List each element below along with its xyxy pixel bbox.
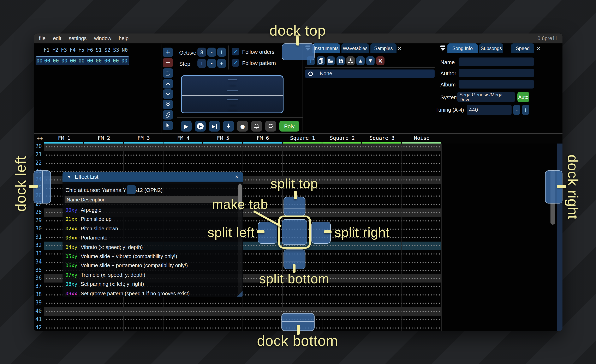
- channel-header-fm-5[interactable]: FM 5: [203, 135, 243, 141]
- hamburger-menu-button[interactable]: ≡: [127, 185, 136, 194]
- effect-row[interactable]: 08xySet panning (x: left; y: right): [65, 280, 240, 289]
- duplicate-order-end-button[interactable]: [163, 100, 173, 109]
- duplicate-instrument-button[interactable]: [317, 56, 325, 65]
- channel-header-fm-3[interactable]: FM 3: [124, 135, 164, 141]
- tuning-plus-button[interactable]: +: [522, 105, 529, 115]
- order-cell[interactable]: 00: [120, 58, 129, 64]
- step-minus-button[interactable]: -: [207, 59, 216, 68]
- metronome-button[interactable]: [251, 121, 262, 131]
- follow-pattern-checkbox[interactable]: ✓: [232, 59, 239, 67]
- order-cell[interactable]: 00: [94, 58, 103, 64]
- channel-header-square-2[interactable]: Square 2: [322, 135, 362, 141]
- effect-row[interactable]: 09xxSet groove pattern (speed 1 if no gr…: [65, 290, 240, 297]
- channel-header-square-3[interactable]: Square 3: [362, 135, 402, 141]
- menu-item-edit[interactable]: edit: [49, 34, 65, 43]
- tab-samples[interactable]: Samples: [370, 44, 396, 53]
- effect-row[interactable]: 06xyVolume slide + portamento (compatibi…: [65, 262, 240, 270]
- move-order-down-button[interactable]: [163, 89, 173, 99]
- dock-top-target[interactable]: [282, 44, 314, 60]
- menu-item-settings[interactable]: settings: [65, 34, 90, 43]
- duplicate-order-button[interactable]: [163, 68, 173, 78]
- oscilloscope: [181, 75, 283, 113]
- channel-header-noise[interactable]: Noise: [402, 135, 442, 141]
- channel-header-fm-6[interactable]: FM 6: [243, 135, 283, 141]
- channel-header-fm-4[interactable]: FM 4: [164, 135, 203, 141]
- play-from-cursor-button[interactable]: ▶: [209, 121, 220, 131]
- channel-header-fm-2[interactable]: FM 2: [84, 135, 124, 141]
- octave-plus-button[interactable]: +: [217, 48, 226, 57]
- effect-row[interactable]: 07xyTremolo (x: speed; y: depth): [65, 271, 240, 280]
- system-input[interactable]: Sega Genesis/Mega Drive: [457, 92, 515, 102]
- channel-header-square-1[interactable]: Square 1: [283, 135, 322, 141]
- tab-instruments[interactable]: Instruments: [313, 44, 340, 53]
- effect-row[interactable]: 04xyVibrato (x: speed; y: depth): [65, 243, 240, 252]
- follow-pattern-label[interactable]: Follow pattern: [242, 60, 276, 66]
- order-cell[interactable]: 00: [86, 58, 94, 64]
- tab-wavetables[interactable]: Wavetables: [342, 44, 369, 53]
- poly-button[interactable]: Poly: [279, 121, 299, 131]
- follow-orders-checkbox[interactable]: ✓: [232, 48, 239, 55]
- channel-header-fm-1[interactable]: FM 1: [44, 135, 84, 141]
- pattern-row[interactable]: 39: [34, 299, 562, 307]
- tuning-input[interactable]: 440: [467, 105, 512, 115]
- follow-orders-label[interactable]: Follow orders: [242, 49, 274, 55]
- delete-instrument-button[interactable]: ×: [376, 56, 385, 65]
- instrument-list-item[interactable]: - None -: [305, 70, 435, 78]
- tab-subsongs[interactable]: Subsongs: [479, 44, 503, 53]
- order-cell[interactable]: 00: [60, 58, 68, 64]
- order-cell[interactable]: 00: [43, 58, 52, 64]
- move-instrument-up-button[interactable]: ▲: [356, 56, 365, 65]
- close-icon[interactable]: ×: [398, 45, 402, 51]
- step-plus-button[interactable]: +: [217, 59, 226, 68]
- add-order-button[interactable]: +: [163, 48, 173, 57]
- split-top-target[interactable]: [283, 197, 305, 216]
- tab-speed[interactable]: Speed: [511, 44, 534, 53]
- save-instrument-button[interactable]: [336, 56, 345, 65]
- order-edit-mode-button[interactable]: [163, 121, 173, 130]
- order-cell[interactable]: 00: [103, 58, 112, 64]
- order-cell[interactable]: 00: [52, 58, 60, 64]
- effect-row[interactable]: 01xxPitch slide up: [65, 216, 240, 224]
- pattern-corner-button[interactable]: ++: [36, 135, 44, 141]
- author-input[interactable]: [459, 69, 534, 77]
- remove-order-button[interactable]: −: [163, 58, 173, 67]
- order-cell[interactable]: 00: [112, 58, 120, 64]
- close-icon[interactable]: ×: [235, 173, 238, 180]
- octave-minus-button[interactable]: -: [207, 48, 216, 57]
- collapse-window-icon[interactable]: ▼: [67, 174, 71, 179]
- deep-clone-order-button[interactable]: [163, 110, 173, 120]
- close-icon[interactable]: ×: [537, 45, 541, 51]
- pattern-row[interactable]: 20: [34, 144, 562, 151]
- menu-item-file[interactable]: file: [35, 34, 49, 43]
- step-value[interactable]: 1: [197, 59, 206, 68]
- effect-row[interactable]: 05xyVolume slide + vibrato (compatibilit…: [65, 253, 240, 261]
- pattern-row[interactable]: 21: [34, 151, 562, 159]
- auto-system-button[interactable]: Auto: [517, 92, 529, 102]
- move-order-up-button[interactable]: [163, 79, 173, 88]
- tab-song-info[interactable]: Song Info: [447, 44, 478, 53]
- menu-item-window[interactable]: window: [90, 34, 115, 43]
- instrument-tree-button[interactable]: [346, 56, 355, 65]
- name-input[interactable]: [459, 58, 534, 66]
- order-cell[interactable]: 00: [69, 58, 77, 64]
- effect-list-titlebar[interactable]: ▼ Effect List ×: [62, 172, 243, 182]
- collapse-panel-icon[interactable]: [440, 45, 446, 51]
- octave-value[interactable]: 3: [197, 48, 206, 57]
- tuning-minus-button[interactable]: -: [513, 105, 520, 115]
- resize-grip-icon[interactable]: [237, 291, 243, 297]
- play-pattern-button[interactable]: ▶: [195, 121, 206, 131]
- move-instrument-down-button[interactable]: ▼: [366, 56, 375, 65]
- repeat-pattern-button[interactable]: [265, 121, 276, 131]
- description-column-header[interactable]: Description: [81, 197, 105, 203]
- name-column-header[interactable]: Name: [67, 197, 80, 203]
- menu-item-help[interactable]: help: [115, 34, 132, 43]
- album-input[interactable]: [459, 80, 534, 88]
- step-row-button[interactable]: [223, 121, 234, 131]
- order-row[interactable]: 0000000000000000000000: [36, 56, 129, 65]
- open-instrument-button[interactable]: [327, 56, 335, 65]
- pattern-row[interactable]: 22: [34, 159, 562, 167]
- order-cell[interactable]: 00: [77, 58, 86, 64]
- record-button[interactable]: ●: [237, 121, 248, 131]
- play-button[interactable]: ▶: [181, 121, 192, 131]
- make-tab-target[interactable]: [282, 219, 307, 245]
